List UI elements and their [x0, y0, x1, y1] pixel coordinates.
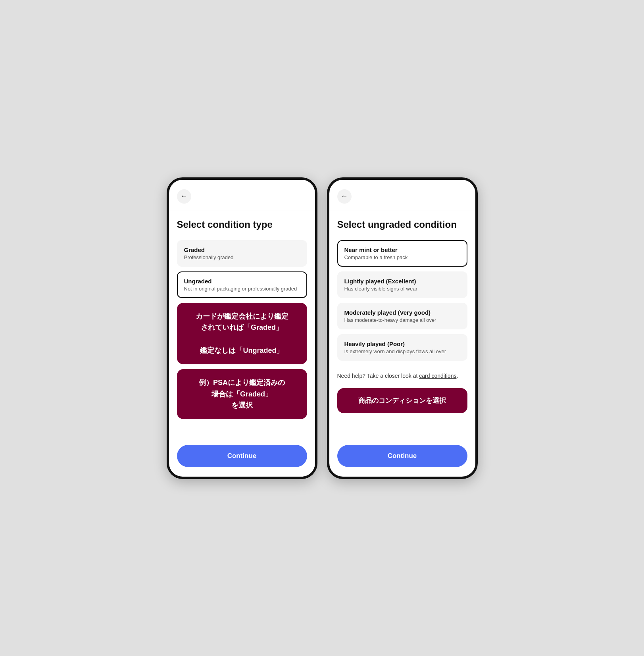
heavily-played-subtitle: Is extremely worn and displays flaws all…: [344, 348, 460, 354]
help-text-suffix: .: [456, 373, 458, 379]
right-back-button[interactable]: ←: [337, 189, 352, 204]
left-back-icon: ←: [181, 192, 188, 200]
left-divider: [169, 210, 315, 210]
annotation-box-1: カードが鑑定会社により鑑定されていれば「Graded」鑑定なしは「Ungrade…: [177, 303, 307, 364]
right-divider: [329, 210, 475, 210]
help-text: Need help? Take a closer look at card co…: [337, 372, 467, 380]
left-back-button[interactable]: ←: [177, 189, 191, 204]
ungraded-option[interactable]: Ungraded Not in original packaging or pr…: [177, 271, 307, 298]
left-continue-button[interactable]: Continue: [177, 445, 307, 467]
moderately-played-subtitle: Has moderate-to-heavy damage all over: [344, 317, 460, 323]
graded-option-subtitle: Professionally graded: [184, 254, 300, 260]
lightly-played-option[interactable]: Lightly played (Excellent) Has clearly v…: [337, 271, 467, 298]
card-conditions-link[interactable]: card conditions: [419, 373, 456, 379]
lightly-played-subtitle: Has clearly visible signs of wear: [344, 286, 460, 292]
left-page-title: Select condition type: [177, 218, 307, 231]
annotation-text-2: 例）PSAにより鑑定済みの場合は「Graded」を選択: [199, 379, 285, 410]
annotation-text-1: カードが鑑定会社により鑑定されていれば「Graded」鑑定なしは「Ungrade…: [196, 312, 288, 354]
screens-container: ← Select condition type Graded Professio…: [167, 177, 478, 479]
near-mint-title: Near mint or better: [344, 246, 460, 253]
select-condition-button[interactable]: 商品のコンディションを選択: [337, 388, 467, 413]
heavily-played-option[interactable]: Heavily played (Poor) Is extremely worn …: [337, 334, 467, 361]
left-phone-frame: ← Select condition type Graded Professio…: [167, 177, 317, 479]
annotation-box-2: 例）PSAにより鑑定済みの場合は「Graded」を選択: [177, 369, 307, 419]
ungraded-option-subtitle: Not in original packaging or professiona…: [184, 286, 300, 292]
help-text-prefix: Need help? Take a closer look at: [337, 373, 419, 379]
moderately-played-title: Moderately played (Very good): [344, 309, 460, 316]
moderately-played-option[interactable]: Moderately played (Very good) Has modera…: [337, 303, 467, 329]
graded-option-title: Graded: [184, 246, 300, 253]
graded-option[interactable]: Graded Professionally graded: [177, 240, 307, 267]
ungraded-option-title: Ungraded: [184, 278, 300, 285]
lightly-played-title: Lightly played (Excellent): [344, 278, 460, 285]
heavily-played-title: Heavily played (Poor): [344, 341, 460, 347]
right-phone-frame: ← Select ungraded condition Near mint or…: [327, 177, 478, 479]
right-continue-button[interactable]: Continue: [337, 445, 467, 467]
near-mint-option[interactable]: Near mint or better Comparable to a fres…: [337, 240, 467, 267]
near-mint-subtitle: Comparable to a fresh pack: [344, 254, 460, 260]
right-page-title: Select ungraded condition: [337, 218, 467, 231]
right-back-icon: ←: [341, 192, 348, 200]
